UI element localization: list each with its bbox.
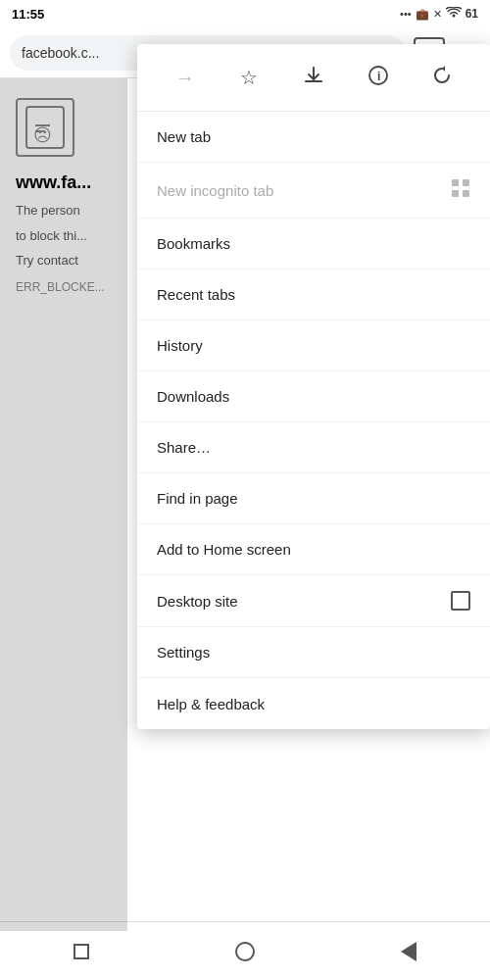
info-button[interactable]: i <box>357 56 400 99</box>
wifi-icon <box>446 7 462 21</box>
download-button[interactable] <box>292 56 335 99</box>
checkbox-icon <box>451 591 470 611</box>
menu-item-find-in-page[interactable]: Find in page <box>137 473 490 524</box>
svg-text:i: i <box>377 70 380 83</box>
downloads-label: Downloads <box>157 388 229 405</box>
menu-toolbar: → ☆ i <box>137 44 490 112</box>
stop-button[interactable] <box>62 932 101 971</box>
desktop-site-label: Desktop site <box>157 593 238 610</box>
download-icon <box>304 66 323 90</box>
history-label: History <box>157 337 203 354</box>
menu-item-desktop-site[interactable]: Desktop site <box>137 575 490 627</box>
menu-item-add-to-home-screen[interactable]: Add to Home screen <box>137 524 490 575</box>
overlay-backdrop <box>0 78 127 931</box>
dropdown-menu: → ☆ i <box>137 44 490 729</box>
menu-item-bookmarks[interactable]: Bookmarks <box>137 219 490 270</box>
back-icon <box>401 942 416 961</box>
forward-icon: → <box>175 67 195 89</box>
add-to-home-screen-label: Add to Home screen <box>157 541 291 558</box>
svg-rect-6 <box>452 179 459 186</box>
menu-item-new-incognito-tab[interactable]: New incognito tab <box>137 163 490 219</box>
bookmark-icon: ☆ <box>240 66 258 89</box>
battery-icon: ✕ <box>433 8 442 21</box>
stop-icon <box>74 944 89 959</box>
status-icons: ••• 💼 ✕ 61 <box>400 7 478 21</box>
svg-rect-8 <box>452 190 459 197</box>
menu-item-help-feedback[interactable]: Help & feedback <box>137 678 490 729</box>
menu-item-settings[interactable]: Settings <box>137 627 490 678</box>
menu-item-new-tab[interactable]: New tab <box>137 112 490 163</box>
status-time: 11:55 <box>12 7 44 22</box>
home-icon <box>235 942 255 961</box>
new-incognito-tab-label: New incognito tab <box>157 182 273 199</box>
bookmarks-label: Bookmarks <box>157 235 230 252</box>
bookmark-button[interactable]: ☆ <box>227 56 270 99</box>
forward-button[interactable]: → <box>164 56 207 99</box>
find-in-page-label: Find in page <box>157 490 238 507</box>
recent-tabs-label: Recent tabs <box>157 286 235 303</box>
menu-item-downloads[interactable]: Downloads <box>137 371 490 422</box>
settings-label: Settings <box>157 644 210 661</box>
svg-rect-9 <box>463 190 469 197</box>
status-bar: 11:55 ••• 💼 ✕ 61 <box>0 0 490 27</box>
menu-item-history[interactable]: History <box>137 320 490 371</box>
url-text: facebook.c... <box>22 45 99 61</box>
briefcase-icon: 💼 <box>416 8 429 21</box>
refresh-icon <box>432 66 452 90</box>
home-button[interactable] <box>225 932 265 971</box>
refresh-button[interactable] <box>420 56 464 99</box>
dots-icon: ••• <box>400 8 412 20</box>
help-feedback-label: Help & feedback <box>157 696 265 712</box>
grid-icon <box>451 178 470 202</box>
share-label: Share… <box>157 439 211 456</box>
back-button[interactable] <box>389 932 428 971</box>
menu-item-share[interactable]: Share… <box>137 422 490 473</box>
menu-item-recent-tabs[interactable]: Recent tabs <box>137 270 490 320</box>
info-icon: i <box>368 66 388 90</box>
new-tab-label: New tab <box>157 128 211 145</box>
svg-rect-7 <box>463 179 469 186</box>
battery-level: 61 <box>466 7 478 21</box>
